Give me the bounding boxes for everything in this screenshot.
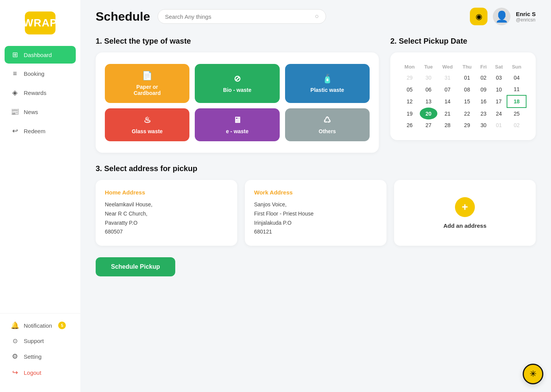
- cal-day[interactable]: 02: [507, 119, 526, 131]
- user-name: Enric S: [516, 11, 536, 17]
- redeem-icon: ↩: [11, 127, 19, 135]
- cal-day[interactable]: 27: [420, 119, 437, 131]
- cal-day[interactable]: 01: [458, 72, 476, 83]
- calendar-card: Mon Tue Wed Thu Fri Sat Sun 29: [390, 52, 536, 140]
- sidebar-item-booking[interactable]: ≡ Booking: [5, 65, 76, 82]
- cal-day[interactable]: 30: [420, 72, 437, 83]
- sidebar-item-label: Rewards: [24, 90, 46, 96]
- waste-btn-plastic[interactable]: 🧴 Plastic waste: [285, 64, 370, 103]
- add-address-card[interactable]: + Add an address: [394, 180, 536, 246]
- rewards-icon: ◈: [11, 88, 19, 97]
- sidebar-item-label: Booking: [24, 70, 44, 77]
- cal-week-3: 12 13 14 15 16 17 18: [399, 95, 526, 108]
- bio-icon: ⊘: [234, 74, 241, 84]
- calendar-table: Mon Tue Wed Thu Fri Sat Sun 29: [399, 62, 527, 131]
- sidebar-item-label: Dashboard: [24, 52, 52, 58]
- work-address-text: Sanjos Voice,First Floor - Priest HouseI…: [254, 200, 377, 237]
- setting-label: Setting: [24, 353, 42, 360]
- cal-day[interactable]: 17: [491, 95, 507, 108]
- cal-day[interactable]: 24: [491, 108, 507, 119]
- cal-day[interactable]: 25: [507, 108, 526, 119]
- cal-day[interactable]: 11: [507, 83, 526, 95]
- cal-day[interactable]: 31: [437, 72, 458, 83]
- cal-day[interactable]: 12: [399, 95, 420, 108]
- sidebar-item-news[interactable]: 📰 News: [5, 103, 76, 121]
- cal-day[interactable]: 29: [399, 72, 420, 83]
- waste-card: 📄 Paper orCardboard ⊘ Bio - waste 🧴 Plas…: [96, 52, 379, 153]
- cal-day[interactable]: 06: [420, 83, 437, 95]
- cal-day[interactable]: 26: [399, 119, 420, 131]
- home-address-card[interactable]: Home Address Neelamkavil House,Near R C …: [96, 180, 237, 246]
- sidebar-item-dashboard[interactable]: ⊞ Dashboard: [5, 46, 76, 64]
- header-right: ◉ 👤 Enric S @enricsn: [470, 8, 536, 25]
- logout-icon: ↪: [11, 368, 19, 377]
- settings-button[interactable]: ◉: [470, 8, 487, 25]
- cal-day[interactable]: 08: [458, 83, 476, 95]
- ewaste-label: e - waste: [226, 128, 248, 134]
- cal-day[interactable]: 14: [437, 95, 458, 108]
- cal-day[interactable]: 13: [420, 95, 437, 108]
- cal-day[interactable]: 29: [458, 119, 476, 131]
- work-address-card[interactable]: Work Address Sanjos Voice,First Floor - …: [245, 180, 386, 246]
- bio-label: Bio - waste: [223, 87, 251, 93]
- cal-day[interactable]: 28: [437, 119, 458, 131]
- cal-day[interactable]: 07: [437, 83, 458, 95]
- sidebar-bottom: 🔔 Notification 5 ⊙ Support ⚙ Setting ↪ L…: [0, 313, 80, 384]
- content: 1. Select the type of waste 📄 Paper orCa…: [80, 33, 551, 292]
- main-content: Schedule ○ ◉ 👤 Enric S @enricsn 1. Selec…: [80, 0, 551, 392]
- cal-day[interactable]: 15: [458, 95, 476, 108]
- others-icon: ♺: [323, 115, 331, 125]
- glass-label: Glass waste: [132, 128, 163, 134]
- waste-section-title: 1. Select the type of waste: [96, 37, 379, 46]
- cal-day[interactable]: 21: [437, 108, 458, 119]
- schedule-pickup-button[interactable]: Schedule Pickup: [96, 257, 175, 276]
- sidebar-item-logout[interactable]: ↪ Logout: [5, 364, 76, 381]
- cal-week-4: 19 20 21 22 23 24 25: [399, 108, 526, 119]
- add-address-label: Add an address: [443, 222, 487, 229]
- cal-day[interactable]: 09: [476, 83, 491, 95]
- search-icon: ○: [315, 13, 319, 20]
- waste-btn-glass[interactable]: ♨ Glass waste: [105, 108, 189, 141]
- cal-wed: Wed: [437, 62, 458, 72]
- cal-day[interactable]: 22: [458, 108, 476, 119]
- cal-day[interactable]: 23: [476, 108, 491, 119]
- sidebar-item-notification[interactable]: 🔔 Notification 5: [5, 317, 76, 333]
- glass-icon: ♨: [143, 115, 151, 125]
- bottom-widget-button[interactable]: ✳: [523, 364, 543, 384]
- cal-day-today[interactable]: 18: [507, 95, 526, 108]
- cal-day-selected[interactable]: 20: [420, 108, 437, 119]
- home-address-label: Home Address: [105, 189, 228, 196]
- waste-btn-bio[interactable]: ⊘ Bio - waste: [195, 64, 279, 103]
- top-two-col: 1. Select the type of waste 📄 Paper orCa…: [96, 37, 536, 153]
- cal-day[interactable]: 19: [399, 108, 420, 119]
- cal-tue: Tue: [420, 62, 437, 72]
- settings-icon: ◉: [476, 12, 482, 21]
- cal-day[interactable]: 04: [507, 72, 526, 83]
- booking-icon: ≡: [11, 70, 19, 78]
- waste-type-section: 1. Select the type of waste 📄 Paper orCa…: [96, 37, 379, 153]
- cal-day[interactable]: 02: [476, 72, 491, 83]
- sidebar-item-support[interactable]: ⊙ Support: [5, 333, 76, 348]
- calendar-section-title: 2. Select Pickup Date: [390, 37, 536, 46]
- add-address-icon: +: [455, 197, 475, 217]
- cal-day[interactable]: 05: [399, 83, 420, 95]
- sidebar-item-rewards[interactable]: ◈ Rewards: [5, 84, 76, 101]
- cal-day[interactable]: 30: [476, 119, 491, 131]
- cal-day[interactable]: 01: [491, 119, 507, 131]
- waste-btn-paper[interactable]: 📄 Paper orCardboard: [105, 64, 189, 103]
- ewaste-icon: 🖥: [233, 115, 241, 125]
- calendar-section: 2. Select Pickup Date Mon Tue Wed Thu Fr…: [390, 37, 536, 153]
- waste-btn-others[interactable]: ♺ Others: [285, 108, 370, 141]
- cal-day[interactable]: 16: [476, 95, 491, 108]
- sidebar-item-redeem[interactable]: ↩ Redeem: [5, 122, 76, 140]
- user-handle: @enricsn: [516, 17, 536, 23]
- notification-badge: 5: [58, 322, 66, 329]
- waste-btn-ewaste[interactable]: 🖥 e - waste: [195, 108, 279, 141]
- logout-label: Logout: [24, 369, 41, 376]
- cal-day[interactable]: 10: [491, 83, 507, 95]
- search-input[interactable]: [165, 13, 311, 20]
- sidebar-item-setting[interactable]: ⚙ Setting: [5, 348, 76, 364]
- user-info: Enric S @enricsn: [516, 11, 536, 23]
- cal-day[interactable]: 03: [491, 72, 507, 83]
- support-label: Support: [24, 338, 44, 344]
